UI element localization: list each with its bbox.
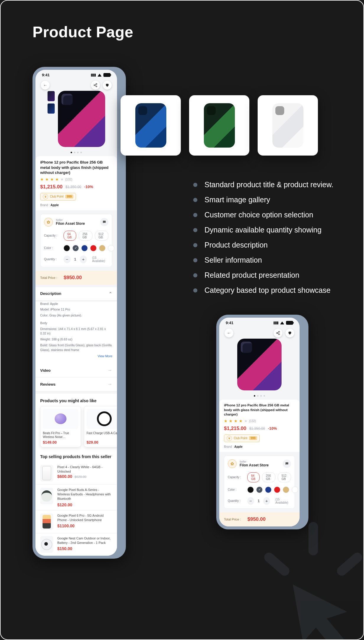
qty-minus-button[interactable]: − [64,256,71,263]
variant-card[interactable] [258,95,318,156]
description-heading: Description [40,291,61,296]
pager-dot[interactable] [77,152,79,153]
bullet-icon [193,228,197,232]
total-label: Total Price : [224,518,241,521]
product-price: $120.00 [57,502,112,507]
video-toggle[interactable]: Video → [35,363,117,377]
color-swatch[interactable] [81,245,88,251]
club-point-value: 999 [249,436,257,440]
color-swatch[interactable] [72,245,79,251]
product-main-image[interactable] [58,91,105,147]
club-point-value: 999 [65,195,73,198]
gallery-thumb[interactable] [47,91,55,101]
product-card[interactable]: Beats Fit Pro – True Wireless Noise… $14… [40,406,81,447]
rating: ★ ★ ★ ★ ★ (132) [40,177,112,182]
color-swatch[interactable] [256,487,263,493]
chat-button[interactable] [283,460,291,468]
color-swatches [64,245,114,251]
variant-card[interactable] [121,95,181,156]
description-toggle[interactable]: Description ⌃ [35,287,117,300]
capacity-option[interactable]: 256 GB [262,472,275,482]
product-thumb [41,539,52,550]
chat-icon [285,462,289,466]
qty-value: 1 [258,499,260,503]
chat-icon [102,220,106,224]
capacity-option[interactable]: 512 GB [95,231,108,241]
also-like-row[interactable]: Beats Fit Pro – True Wireless Noise… $14… [35,406,117,452]
signal-icon [91,74,96,77]
list-item[interactable]: Google Pixel 6 Pro - 5G Android Phone - … [35,510,117,533]
back-button[interactable]: ← [41,81,50,90]
color-swatch[interactable] [108,245,114,251]
color-swatch[interactable] [90,245,97,251]
signal-icon [274,321,278,324]
pager-dot[interactable] [260,395,262,397]
capacity-option[interactable]: 256 GB [79,231,92,241]
gallery-thumb[interactable] [47,103,55,114]
qty-minus-button[interactable]: − [247,497,254,505]
back-button[interactable]: ← [225,329,233,337]
color-swatch[interactable] [247,487,254,493]
share-icon [93,83,98,87]
pager-dot[interactable] [80,152,82,153]
chat-button[interactable] [100,218,108,226]
cursor-decoration-icon [245,520,364,640]
product-card[interactable]: Fast Charge USB-A Cable $29.00 [84,406,117,447]
share-button[interactable] [274,329,282,337]
reviews-toggle[interactable]: Reviews → [35,377,117,391]
list-item[interactable]: Pixel 4 - Clearly White - 64GB - Unlocke… [35,462,117,485]
product-thumb [42,466,51,480]
pager-dot[interactable] [254,395,255,397]
qty-plus-button[interactable]: + [263,497,270,505]
product-hero [219,339,300,393]
bullet-icon [193,198,197,202]
color-swatch[interactable] [64,245,70,251]
capacity-option[interactable]: 64 GB [64,231,76,241]
variant-image [135,103,166,148]
view-more-link[interactable]: View More [40,353,112,361]
svg-point-5 [279,331,280,332]
svg-point-2 [96,86,97,87]
bullet-icon [193,243,197,247]
pager-dot[interactable] [71,152,72,153]
color-swatch[interactable] [274,487,280,493]
bullet-icon [193,273,197,277]
seller-label: Seller [56,219,85,222]
color-swatch[interactable] [292,487,298,493]
share-button[interactable] [91,81,100,90]
color-label: Color : [228,488,244,491]
club-point-badge: ♛ Club Point 999 [224,434,260,442]
capacity-option[interactable]: 512 GB [278,472,291,482]
capacity-option[interactable]: 64 GB [247,472,260,482]
pager-dot[interactable] [264,395,265,397]
qty-plus-button[interactable]: + [80,256,87,263]
seller-card[interactable]: ✿ Seller Filon Asset Store Capacity : 64… [40,214,112,267]
gallery-dots [35,150,117,156]
seller-name: Filon Asset Store [240,463,269,467]
review-count: (132) [65,178,72,181]
list-item[interactable]: Google Pixel Buds A-Series - Wireless Ea… [35,485,117,510]
pager-dot[interactable] [74,152,75,153]
wishlist-button[interactable] [103,81,112,90]
quantity-label: Quantity : [44,258,61,261]
color-swatch[interactable] [283,487,289,493]
color-swatch[interactable] [99,245,105,251]
seller-card[interactable]: ✿ Seller Filon Asset Store Capacity : 64… [224,455,295,509]
battery-icon [286,321,293,325]
status-time: 9:41 [42,73,50,77]
variant-card[interactable] [189,95,249,156]
product-price-strike: $620.00 [75,475,87,479]
color-swatch[interactable] [265,487,272,493]
feature-item: Dynamic available quantity showing [204,226,321,234]
wishlist-button[interactable] [285,329,294,337]
pager-dot[interactable] [257,395,259,397]
product-main-image[interactable] [237,339,282,390]
quantity-label: Quantity : [228,499,244,502]
phone-mock-main: 9:41 ← [32,67,126,559]
qty-value: 1 [74,257,76,261]
variant-image [204,103,235,148]
svg-line-9 [277,333,279,334]
star-icon: ★ [55,177,59,182]
list-item[interactable]: Google Nest Cam Outdoor or Indoor, Batte… [35,533,117,556]
product-name: Pixel 4 - Clearly White - 64GB - Unlocke… [57,465,112,474]
